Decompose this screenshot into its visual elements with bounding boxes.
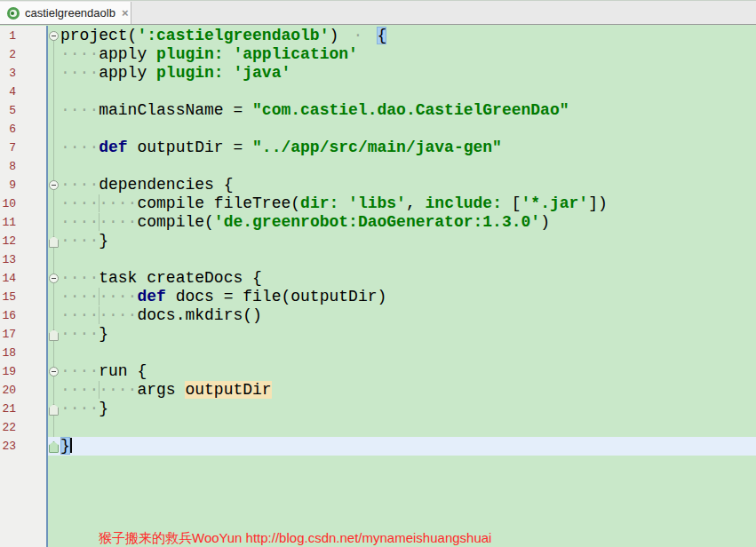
matched-bracket: } xyxy=(60,437,70,455)
code-token: compile fileTree( xyxy=(137,194,300,212)
indent-whitespace: ···· xyxy=(60,232,99,250)
fold-collapse-icon[interactable] xyxy=(49,367,59,377)
code-token: ) xyxy=(329,27,338,44)
code-token: ':castielgreendaolb' xyxy=(137,27,329,44)
code-lines: project(':castielgreendaolb')·{····apply… xyxy=(48,27,756,456)
line-number: 20 xyxy=(0,381,16,400)
text-cursor xyxy=(70,438,72,453)
line-number: 23 xyxy=(0,437,16,456)
line-number: 17 xyxy=(0,325,16,344)
code-token xyxy=(338,194,348,212)
code-line[interactable] xyxy=(48,83,756,101)
fold-end-icon[interactable] xyxy=(49,329,59,341)
indent-whitespace: ···· xyxy=(99,288,137,305)
code-token: apply xyxy=(99,64,156,82)
code-token: 'java' xyxy=(233,64,290,82)
fold-collapse-icon[interactable] xyxy=(49,274,59,283)
code-line[interactable]: ········compile('de.greenrobot:DaoGenera… xyxy=(48,213,756,232)
code-token: [ xyxy=(502,194,521,212)
indent-whitespace: ···· xyxy=(60,381,99,399)
indent-whitespace: ···· xyxy=(60,325,99,343)
code-line[interactable]: ····} xyxy=(48,400,756,418)
code-token: outputDir = xyxy=(128,139,252,156)
line-number: 5 xyxy=(0,101,16,120)
fold-collapse-icon[interactable] xyxy=(49,180,59,190)
code-line[interactable] xyxy=(48,418,756,437)
fold-end-icon[interactable] xyxy=(49,404,59,416)
tab-whitespace: · xyxy=(338,27,377,45)
line-number: 10 xyxy=(0,194,16,213)
indent-whitespace: ···· xyxy=(60,213,99,231)
fold-end-icon[interactable] xyxy=(49,236,59,248)
code-line[interactable]: ····def outputDir = "../app/src/main/jav… xyxy=(48,139,756,157)
code-line[interactable]: ····apply plugin: 'java' xyxy=(48,64,756,83)
line-number: 21 xyxy=(0,400,16,418)
code-line[interactable]: ········args outputDir xyxy=(48,381,756,400)
indent-whitespace: ···· xyxy=(60,269,99,287)
code-token: ]) xyxy=(588,194,608,212)
code-token: include: xyxy=(426,194,502,212)
code-line[interactable]: ····apply plugin: 'application' xyxy=(48,45,756,64)
code-token: dir: xyxy=(300,194,338,212)
code-token: ) xyxy=(540,213,550,231)
code-token: apply xyxy=(99,45,156,63)
code-token: mainClassName = xyxy=(99,101,252,119)
code-token: docs = file(outputDir) xyxy=(166,288,386,305)
line-number: 18 xyxy=(0,344,16,362)
line-number: 15 xyxy=(0,288,16,306)
code-line[interactable]: ····} xyxy=(48,325,756,344)
tab-close-icon[interactable]: × xyxy=(122,7,129,19)
line-number: 13 xyxy=(0,250,16,269)
line-number: 1 xyxy=(0,27,16,45)
line-number: 6 xyxy=(0,120,16,139)
indent-whitespace: ···· xyxy=(60,176,99,194)
code-token: plugin: xyxy=(156,45,224,63)
code-line[interactable]: ····mainClassName = "com.castiel.dao.Cas… xyxy=(48,101,756,120)
code-token: } xyxy=(99,232,108,250)
watermark-text: 猴子搬来的救兵WooYun http://blog.csdn.net/mynam… xyxy=(99,530,491,547)
line-number: 16 xyxy=(0,306,16,325)
line-number: 22 xyxy=(0,418,16,437)
occurrence-highlight: outputDir xyxy=(185,381,271,399)
code-line[interactable]: ········compile fileTree(dir: 'libs', in… xyxy=(48,194,756,213)
code-token: project( xyxy=(60,27,137,44)
code-token: 'libs' xyxy=(348,194,406,212)
code-token: def xyxy=(137,288,165,305)
code-line[interactable]: ····run { xyxy=(48,362,756,381)
code-line[interactable] xyxy=(48,344,756,362)
indent-whitespace: ···· xyxy=(60,400,99,417)
code-line[interactable]: ········docs.mkdirs() xyxy=(48,306,756,325)
tab-bar: castielgreendaolb × xyxy=(0,0,756,25)
indent-whitespace: ···· xyxy=(60,362,99,380)
code-line[interactable]: ····dependencies { xyxy=(48,176,756,194)
matched-bracket: { xyxy=(377,27,386,44)
code-line[interactable] xyxy=(48,120,756,139)
code-editor-area[interactable]: project(':castielgreendaolb')·{····apply… xyxy=(48,26,756,547)
fold-collapse-icon[interactable] xyxy=(49,31,59,41)
indent-whitespace: ···· xyxy=(99,213,137,231)
code-line[interactable]: ········def docs = file(outputDir) xyxy=(48,288,756,306)
code-line[interactable]: ····} xyxy=(48,232,756,250)
code-token: compile( xyxy=(137,213,213,231)
code-token xyxy=(224,64,234,82)
line-number: 19 xyxy=(0,362,16,381)
code-line[interactable]: project(':castielgreendaolb')·{ xyxy=(48,27,756,45)
indent-whitespace: ···· xyxy=(60,288,99,305)
fold-end-icon[interactable] xyxy=(49,441,59,453)
code-token xyxy=(224,45,234,63)
gradle-file-icon xyxy=(7,7,20,20)
indent-whitespace: ···· xyxy=(60,139,99,156)
code-line[interactable] xyxy=(48,250,756,269)
code-token: def xyxy=(99,139,127,156)
line-number: 3 xyxy=(0,64,16,83)
line-number: 4 xyxy=(0,83,16,101)
indent-whitespace: ···· xyxy=(99,381,137,399)
tab-castielgreendaolb[interactable]: castielgreendaolb × xyxy=(0,2,131,24)
code-line[interactable] xyxy=(48,157,756,176)
code-line[interactable]: } xyxy=(48,437,756,456)
indent-whitespace: ···· xyxy=(60,194,99,212)
code-line[interactable]: ····task createDocs { xyxy=(48,269,756,288)
line-number: 8 xyxy=(0,157,16,176)
indent-whitespace: ···· xyxy=(60,45,99,63)
code-token: 'application' xyxy=(233,45,357,63)
